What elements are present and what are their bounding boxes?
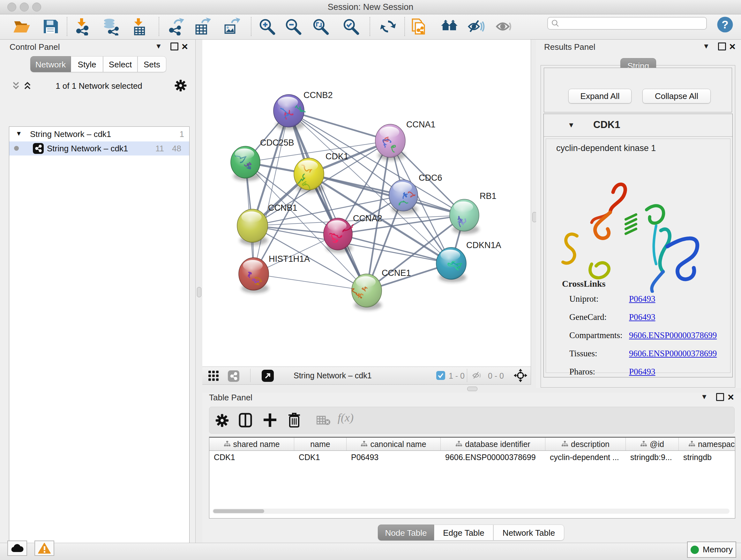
results-panel-menu-icon[interactable]: ▼ xyxy=(703,42,710,51)
table-row[interactable]: CDK1CDK1P064939606.ENSP00000378699cyclin… xyxy=(209,451,735,463)
table-cell[interactable]: 9606.ENSP00000378699 xyxy=(441,451,545,463)
open-file-icon[interactable] xyxy=(13,17,30,36)
search-box xyxy=(547,17,707,30)
node-gloss xyxy=(298,160,318,171)
protein-structure-image xyxy=(551,168,730,293)
zoom-in-icon[interactable] xyxy=(258,17,276,36)
results-panel-close-icon[interactable]: × xyxy=(729,42,736,51)
function-builder-icon[interactable]: f(x) xyxy=(338,411,354,424)
refresh-icon[interactable] xyxy=(379,17,397,36)
save-session-icon[interactable] xyxy=(42,17,59,36)
scrollbar-thumb[interactable] xyxy=(213,509,264,513)
selected-checkbox-icon[interactable] xyxy=(436,371,445,380)
table-cell[interactable]: stringdb xyxy=(679,451,735,463)
grid-view-icon[interactable] xyxy=(208,370,219,381)
tab-network[interactable]: Network xyxy=(30,56,71,72)
table-cell[interactable]: CDK1 xyxy=(209,451,294,463)
network-view-toolbar: String Network – cdk1 1 - 0 0 - 0 xyxy=(202,367,531,385)
control-panel: Control Panel ▼ × NetworkStyleSelectSets… xyxy=(0,40,195,543)
zoom-out-icon[interactable] xyxy=(284,17,302,36)
tab-style[interactable]: Style xyxy=(71,56,103,72)
open-in-new-window-icon[interactable] xyxy=(262,370,274,382)
collapse-tree-icon[interactable]: ▼ xyxy=(16,130,22,137)
table-cell[interactable]: P06493 xyxy=(347,451,441,463)
zoom-selected-icon[interactable] xyxy=(342,17,360,36)
crosslink-value-link[interactable]: P06493 xyxy=(629,312,656,322)
protein-header[interactable]: ▼ CDK1 xyxy=(544,114,732,137)
node-gloss xyxy=(393,182,412,192)
table-panel-close-icon[interactable]: × xyxy=(728,392,734,401)
toolbar-separator xyxy=(369,17,370,36)
column-header-description[interactable]: description xyxy=(545,438,626,450)
collapse-all-button[interactable]: Collapse All xyxy=(643,89,711,104)
show-all-icon[interactable] xyxy=(495,17,513,36)
column-header-canonical-name[interactable]: canonical name xyxy=(347,438,441,450)
cloud-button[interactable] xyxy=(7,541,27,556)
show-columns-icon[interactable] xyxy=(239,413,252,428)
birds-eye-view-icon[interactable] xyxy=(514,368,528,382)
crosslink-value-link[interactable]: P06493 xyxy=(629,294,656,304)
table-panel-float-icon[interactable] xyxy=(716,393,724,401)
node-table: shared namenamecanonical namedatabase id… xyxy=(209,437,735,518)
memory-button[interactable]: Memory xyxy=(687,542,736,558)
column-header-label: @id xyxy=(650,440,664,449)
control-panel-menu-icon[interactable]: ▼ xyxy=(155,42,162,51)
add-column-icon[interactable] xyxy=(263,413,277,428)
node-gloss xyxy=(454,201,473,212)
table-cell[interactable]: stringdb:9... xyxy=(626,451,679,463)
delete-table-icon[interactable] xyxy=(317,416,331,425)
import-network-file-icon[interactable] xyxy=(73,17,91,36)
search-input[interactable] xyxy=(559,18,698,28)
crosslink-value-link[interactable]: P06493 xyxy=(629,367,656,377)
first-neighbors-icon[interactable] xyxy=(441,17,458,36)
table-panel-menu-icon[interactable]: ▼ xyxy=(701,393,708,401)
export-table-icon[interactable] xyxy=(193,17,211,36)
network-row[interactable]: String Network – cdk1 11 48 xyxy=(9,141,189,155)
table-options-gear-icon[interactable] xyxy=(215,414,229,429)
network-options-gear-icon[interactable] xyxy=(174,79,187,93)
export-image-icon[interactable] xyxy=(222,17,240,36)
protein-name: CDK1 xyxy=(593,119,620,131)
delete-column-icon[interactable] xyxy=(288,413,300,428)
help-icon[interactable]: ? xyxy=(716,16,734,34)
network-collection-row[interactable]: ▼ String Network – cdk1 1 xyxy=(9,127,189,141)
column-header-name[interactable]: name xyxy=(294,438,347,450)
column-header-database-identifier[interactable]: database identifier xyxy=(441,438,545,450)
import-table-file-icon[interactable] xyxy=(130,17,148,36)
crosslink-label: Uniprot: xyxy=(569,294,629,304)
control-panel-close-icon[interactable]: × xyxy=(182,42,188,51)
node-gloss xyxy=(278,97,298,108)
results-panel-float-icon[interactable] xyxy=(718,43,726,51)
hide-selected-icon[interactable] xyxy=(467,17,485,36)
network-canvas[interactable]: CCNB2CCNA1CDC25BCDK1CDC6RB1CCNB1CCNA2CDK… xyxy=(202,40,531,367)
expand-all-button[interactable]: Expand All xyxy=(568,89,631,104)
tab-sets[interactable]: Sets xyxy=(138,56,166,72)
edge-HIST1H1A-CCNE1[interactable] xyxy=(254,274,367,291)
column-type-icon xyxy=(561,440,568,449)
zoom-fit-icon[interactable] xyxy=(312,17,329,36)
column-header-@id[interactable]: @id xyxy=(626,438,679,450)
export-network-icon[interactable] xyxy=(166,17,184,36)
import-network-database-icon[interactable] xyxy=(102,17,120,36)
collapse-section-icon[interactable]: ▼ xyxy=(568,121,575,129)
horizontal-scrollbar[interactable] xyxy=(212,509,730,514)
tab-network-table[interactable]: Network Table xyxy=(493,524,564,541)
tab-node-table[interactable]: Node Table xyxy=(378,524,434,541)
splitter-handle[interactable] xyxy=(197,287,201,297)
network-view-icon[interactable] xyxy=(228,370,239,382)
column-header-namespace[interactable]: namespace xyxy=(679,438,735,450)
duplicate-network-icon[interactable] xyxy=(409,17,427,36)
column-header-shared-name[interactable]: shared name xyxy=(209,438,294,450)
tab-edge-table[interactable]: Edge Table xyxy=(434,524,493,541)
warnings-button[interactable] xyxy=(35,541,54,556)
control-panel-float-icon[interactable] xyxy=(171,43,179,51)
crosslink-value-link[interactable]: 9606.ENSP00000378699 xyxy=(629,330,717,340)
protein-detail: cyclin-dependent kinase 1 xyxy=(546,138,731,373)
left-splitter[interactable] xyxy=(195,40,203,543)
table-cell[interactable]: cyclin-dependent ... xyxy=(545,451,626,463)
tab-select[interactable]: Select xyxy=(103,56,138,72)
table-cell[interactable]: CDK1 xyxy=(294,451,347,463)
hidden-eye-icon[interactable] xyxy=(472,371,482,380)
crosslink-value-link[interactable]: 9606.ENSP00000378699 xyxy=(629,349,717,359)
splitter-handle[interactable] xyxy=(467,387,477,391)
